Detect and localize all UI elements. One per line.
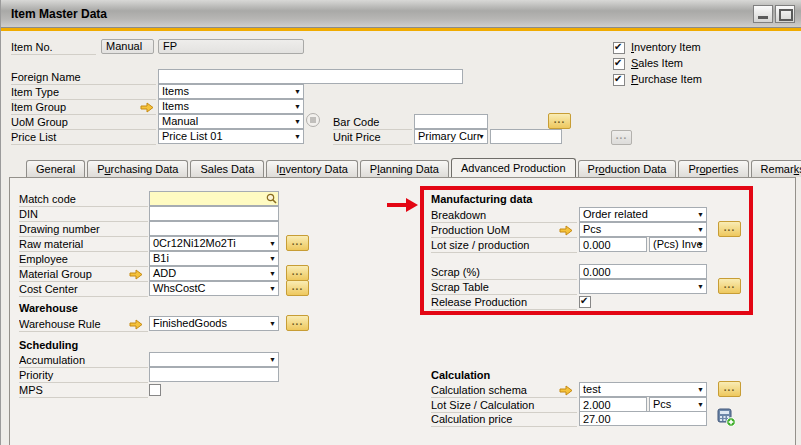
item-no-field[interactable]: FP [158,39,304,54]
chevron-down-icon: ▼ [697,241,704,248]
sales-item-checkbox[interactable] [613,58,625,70]
inventory-item-checkbox[interactable] [613,42,625,54]
production-uom-dropdown[interactable]: Pcs▼ [579,222,707,237]
bar-code-input[interactable] [414,114,488,129]
scrap-table-browse-button[interactable]: ... [718,278,741,294]
material-group-dropdown[interactable]: ADD▼ [149,266,279,281]
purchase-item-label: Purchase Item [631,73,702,86]
calculation-schema-label: Calculation schema [431,384,577,398]
tab-strip: General Purchasing Data Sales Data Inven… [26,158,801,177]
tab-purchasing-data[interactable]: Purchasing Data [87,160,188,177]
tab-properties[interactable]: Properties [678,160,748,177]
scrap-percent-input[interactable] [579,264,707,279]
chevron-down-icon: ▼ [269,240,276,247]
item-master-data-window: Item Master Data Item No. Manual FP Inve… [0,0,801,445]
uom-list-icon[interactable] [305,112,321,128]
link-arrow-icon[interactable] [129,319,143,330]
lot-size-production-input[interactable] [579,237,647,252]
breakdown-dropdown[interactable]: Order related▼ [579,207,707,222]
window-title: Item Master Data [11,7,107,21]
chevron-down-icon: ▼ [269,285,276,292]
uom-group-dropdown[interactable]: Manual▼ [158,114,304,129]
raw-material-browse-button[interactable]: ... [286,235,309,251]
lot-size-production-uom-dropdown[interactable]: (Pcs) Inve▼ [649,237,707,252]
mps-checkbox[interactable] [149,384,161,396]
lot-size-production-label: Lot size / production [431,239,577,253]
lot-size-calculation-label: Lot Size / Calculation [431,399,577,413]
scrap-percent-label: Scrap (%) [431,266,577,280]
lot-size-calculation-input[interactable] [579,397,647,412]
warehouse-section-header: Warehouse [19,302,78,315]
tab-inventory-data[interactable]: Inventory Data [266,160,358,177]
chevron-down-icon: ▼ [697,211,704,218]
chevron-down-icon: ▼ [478,133,485,140]
production-uom-browse-button[interactable]: ... [718,221,741,237]
scrap-table-dropdown[interactable]: ▼ [579,279,707,294]
warehouse-rule-browse-button[interactable]: ... [286,315,309,331]
chevron-down-icon: ▼ [697,283,704,290]
unit-price-currency-dropdown[interactable]: Primary Curr▼ [414,129,488,144]
breakdown-label: Breakdown [431,209,577,223]
cost-center-dropdown[interactable]: WhsCostC▼ [149,281,279,296]
raw-material-label: Raw material [19,238,148,252]
raw-material-dropdown[interactable]: 0Cr12Ni12Mo2Ti▼ [149,236,279,251]
title-bar[interactable]: Item Master Data [1,0,801,28]
priority-input[interactable] [149,367,279,382]
purchase-item-checkbox[interactable] [613,74,625,86]
production-uom-label: Production UoM [431,224,577,238]
item-type-label: Item Type [11,86,156,100]
calculation-section-header: Calculation [431,369,490,382]
item-no-series-field[interactable]: Manual [101,39,154,54]
link-arrow-icon[interactable] [559,225,573,236]
tab-production-data[interactable]: Production Data [578,160,677,177]
item-group-dropdown[interactable]: Items▼ [158,99,304,114]
tab-general[interactable]: General [26,160,85,177]
release-production-checkbox[interactable] [579,296,591,308]
link-arrow-icon[interactable] [140,102,154,113]
bar-code-browse-button[interactable]: ... [548,113,571,129]
unit-price-input[interactable] [490,129,562,144]
search-icon[interactable] [266,193,277,204]
item-type-dropdown[interactable]: Items▼ [158,84,304,99]
match-code-label: Match code [19,193,148,207]
employee-dropdown[interactable]: B1i▼ [149,251,279,266]
inventory-item-label: Inventory Item [631,41,701,54]
accumulation-dropdown[interactable]: ▼ [149,352,279,367]
item-group-label: Item Group [11,101,156,115]
warehouse-rule-dropdown[interactable]: FinishedGoods▼ [149,316,279,331]
tab-sales-data[interactable]: Sales Data [190,160,264,177]
minimize-button[interactable] [753,5,773,23]
accumulation-label: Accumulation [19,354,148,368]
tab-remarks[interactable]: Remarks [751,160,801,177]
chevron-down-icon: ▼ [294,103,301,110]
release-production-label: Release Production [431,296,577,310]
chevron-down-icon: ▼ [269,255,276,262]
tab-planning-data[interactable]: Planning Data [360,160,449,177]
calculation-schema-dropdown[interactable]: test▼ [579,382,707,397]
scrap-table-label: Scrap Table [431,281,577,295]
maximize-icon [779,9,793,21]
bar-code-label: Bar Code [333,116,412,130]
price-list-label: Price List [11,131,156,145]
link-arrow-icon[interactable] [129,269,143,280]
gold-accent-line [1,28,801,31]
unit-price-browse-button-disabled: ... [611,130,632,145]
foreign-name-input[interactable] [158,69,463,84]
price-list-dropdown[interactable]: Price List 01▼ [158,129,304,144]
match-code-input[interactable] [149,191,279,206]
material-group-browse-button[interactable]: ... [286,265,309,281]
calculator-add-icon[interactable] [717,408,736,427]
drawing-number-input[interactable] [149,221,279,236]
lot-size-calculation-uom-dropdown[interactable]: Pcs▼ [649,397,707,412]
calculation-price-input[interactable] [579,411,707,426]
tab-advanced-production[interactable]: Advanced Production [451,158,576,177]
sales-item-label: Sales Item [631,57,683,70]
cost-center-browse-button[interactable]: ... [286,280,309,296]
din-input[interactable] [149,206,279,221]
calculation-schema-browse-button[interactable]: ... [718,381,741,397]
maximize-button[interactable] [775,5,795,23]
link-arrow-icon[interactable] [559,385,573,396]
drawing-number-label: Drawing number [19,223,148,237]
scheduling-section-header: Scheduling [19,339,78,352]
foreign-name-label: Foreign Name [11,71,156,85]
